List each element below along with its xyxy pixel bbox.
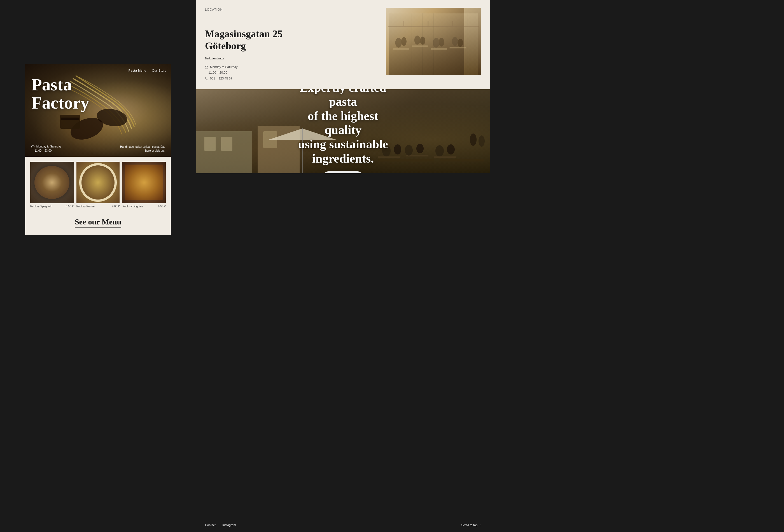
dish-1-image xyxy=(30,162,74,203)
svg-point-10 xyxy=(414,35,420,45)
menu-item-2[interactable]: Factory Penne 9.00 € xyxy=(77,162,120,208)
our-story-link[interactable]: Our Story xyxy=(152,69,166,72)
contact-link[interactable]: Contact xyxy=(205,523,216,527)
location-image xyxy=(386,8,481,75)
svg-rect-4 xyxy=(393,48,409,50)
svg-point-8 xyxy=(395,38,402,48)
interior-detail xyxy=(386,8,481,75)
menu-grid: Factory Spaghetti 8.50 € Factory Penne 9… xyxy=(30,162,166,208)
hero-hours: Monday to Saturday 11:00 – 23:00 xyxy=(31,144,61,153)
hero-bottom: Monday to Saturday 11:00 – 23:00 Handmad… xyxy=(31,144,165,153)
svg-rect-5 xyxy=(412,45,428,47)
menu-item-3[interactable]: Factory Linguine 9.50 € xyxy=(122,162,166,208)
dish-1-price: 8.50 € xyxy=(66,205,74,208)
svg-point-14 xyxy=(452,37,458,46)
svg-rect-38 xyxy=(440,159,484,161)
story-headline: Expertly crafted pasta of the highest qu… xyxy=(290,89,396,166)
pasta-menu-link[interactable]: Pasta Menu xyxy=(129,69,146,72)
get-directions-link[interactable]: Get directions xyxy=(205,57,377,60)
menu-item-1[interactable]: Factory Spaghetti 8.50 € xyxy=(30,162,74,208)
clock-icon-location xyxy=(205,66,208,69)
dish-3-image xyxy=(122,162,166,203)
svg-rect-6 xyxy=(431,48,447,50)
dish-2-price: 9.00 € xyxy=(112,205,120,208)
location-info: Location Magasinsgatan 25 Göteborg Get d… xyxy=(205,8,377,80)
hero-tagline: Handmade Italian artisan pasta. Eat here… xyxy=(114,145,165,153)
svg-point-13 xyxy=(439,38,444,47)
see-menu-section: See our Menu xyxy=(25,211,171,235)
menu-section: Factory Spaghetti 8.50 € Factory Penne 9… xyxy=(25,157,171,208)
svg-rect-2 xyxy=(60,115,80,129)
footer-bar: Contact Instagram Scroll to top ↑ xyxy=(196,518,490,532)
svg-point-32 xyxy=(416,144,424,153)
location-address: Magasinsgatan 25 Göteborg xyxy=(205,28,377,52)
menu-item-3-label: Factory Linguine 9.50 € xyxy=(122,205,166,208)
location-hours: Monday to Saturday 11:00 – 20:00 xyxy=(205,64,377,76)
svg-point-11 xyxy=(420,37,425,45)
dish-3-name: Factory Linguine xyxy=(122,205,143,208)
location-section: Location Magasinsgatan 25 Göteborg Get d… xyxy=(196,0,490,89)
see-menu-button[interactable]: See our Menu xyxy=(75,217,121,228)
location-phone: 031 – 123 45 67 xyxy=(205,77,377,80)
svg-point-35 xyxy=(470,134,477,146)
clock-icon xyxy=(31,145,34,148)
phone-number: 031 – 123 45 67 xyxy=(210,77,232,80)
story-overlay-text: Expertly crafted pasta of the highest qu… xyxy=(290,89,396,173)
address-line1: Magasinsgatan 25 xyxy=(205,28,377,40)
scroll-top-arrow-icon: ↑ xyxy=(479,523,481,527)
menu-item-2-label: Factory Penne 9.00 € xyxy=(77,205,120,208)
hero-title: Pasta Factory xyxy=(31,76,89,112)
footer-links: Contact Instagram xyxy=(205,523,236,527)
svg-point-9 xyxy=(401,37,407,46)
dish-2-name: Factory Penne xyxy=(77,205,95,208)
story-section: Expertly crafted pasta of the highest qu… xyxy=(196,89,490,173)
dish-2-image xyxy=(77,162,120,203)
svg-point-31 xyxy=(405,145,413,156)
svg-point-34 xyxy=(447,144,455,154)
read-story-button[interactable]: Read our story xyxy=(324,171,363,173)
svg-point-12 xyxy=(433,38,439,48)
instagram-link[interactable]: Instagram xyxy=(222,523,236,527)
scroll-top-label: Scroll to top xyxy=(461,523,477,527)
location-label: Location xyxy=(205,8,377,11)
address-line2: Göteborg xyxy=(205,40,377,52)
left-website-panel: Pasta Menu Our Story Pasta Factory Monda… xyxy=(25,64,171,235)
right-website-panel: Location Magasinsgatan 25 Göteborg Get d… xyxy=(196,0,490,532)
hero-section: Pasta Menu Our Story Pasta Factory Monda… xyxy=(25,64,171,157)
svg-rect-3 xyxy=(61,118,79,120)
svg-rect-7 xyxy=(450,47,466,49)
svg-rect-22 xyxy=(204,137,216,151)
svg-point-36 xyxy=(478,136,485,147)
dish-1-name: Factory Spaghetti xyxy=(30,205,52,208)
scroll-to-top-button[interactable]: Scroll to top ↑ xyxy=(461,523,481,527)
dish-3-price: 9.50 € xyxy=(158,205,166,208)
svg-point-15 xyxy=(457,39,463,47)
svg-rect-27 xyxy=(434,156,456,158)
svg-rect-23 xyxy=(221,137,232,151)
svg-point-33 xyxy=(436,145,444,156)
menu-item-1-label: Factory Spaghetti 8.50 € xyxy=(30,205,74,208)
hero-nav: Pasta Menu Our Story xyxy=(129,69,166,72)
